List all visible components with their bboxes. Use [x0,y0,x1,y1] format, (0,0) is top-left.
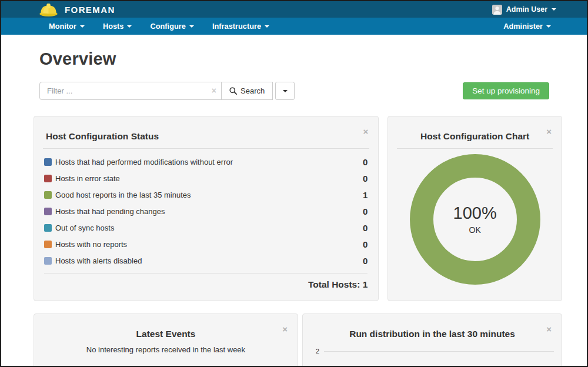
status-count: 0 [363,174,368,184]
host-configuration-status-card: × Host Configuration Status Hosts that h… [34,116,379,301]
toolbar: × Search Set up provisioning [34,82,562,100]
status-label: Hosts that had performed modifications w… [55,158,233,166]
navbar-item-label: Hosts [103,22,124,31]
status-row[interactable]: Out of sync hosts 0 [44,219,368,236]
status-color-swatch [44,175,52,182]
total-hosts: Total Hosts: 1 [44,273,368,301]
no-events-message: No interesting reports received in the l… [34,345,298,354]
status-list: Hosts that had performed modifications w… [34,152,378,269]
navbar-item-label: Monitor [49,22,76,31]
navbar-item-label: Infrastructure [212,22,261,31]
avatar [492,5,502,15]
donut-status-label: OK [469,225,481,235]
status-row[interactable]: Hosts with alerts disabled 0 [44,252,368,269]
main-navbar: Monitor Hosts Configure Infrastructure A… [1,18,587,35]
chevron-down-icon [80,25,85,28]
card-title: Latest Events [136,329,196,339]
search-icon [229,87,237,95]
chevron-down-icon [265,25,269,28]
status-count: 0 [363,157,368,167]
setup-provisioning-button[interactable]: Set up provisioning [463,82,549,99]
gridline [324,351,554,352]
status-count: 0 [363,223,368,233]
search-button-label: Search [240,86,265,95]
status-label: Hosts in error state [55,174,120,183]
status-row[interactable]: Good host reports in the last 35 minutes… [44,186,368,203]
close-icon[interactable]: × [546,326,552,333]
status-row[interactable]: Hosts that had pending changes 0 [44,203,368,219]
card-title: Host Configuration Chart [420,131,529,141]
status-color-swatch [44,191,52,199]
total-hosts-label: Total Hosts: [308,279,360,289]
user-menu[interactable]: Admin User [492,5,556,15]
hardhat-logo-icon [39,2,58,17]
donut-percent-label: 100% [453,204,497,223]
user-name: Admin User [506,5,547,14]
navbar-item-label: Administer [503,22,543,31]
navbar-item[interactable]: Infrastructure [212,22,269,31]
brand-home-link[interactable]: FOREMAN [39,2,115,17]
chevron-down-icon [546,25,551,28]
navbar-item-label: Configure [150,22,185,31]
total-hosts-value: 1 [363,279,368,289]
navbar-item[interactable]: Hosts [103,22,132,31]
search-options-dropdown-button[interactable] [275,82,295,100]
navbar-item-administer[interactable]: Administer [503,22,551,31]
close-icon[interactable]: × [363,128,369,135]
status-label: Good host reports in the last 35 minutes [55,191,191,199]
status-label: Hosts with no reports [55,240,127,249]
search-button[interactable]: Search [221,82,273,100]
close-icon[interactable]: × [282,326,288,333]
card-title: Host Configuration Status [46,131,159,141]
divider [397,148,553,149]
status-count: 0 [363,239,368,249]
navbar-item[interactable]: Monitor [49,22,85,31]
status-color-swatch [44,158,52,166]
chevron-down-icon [552,8,556,11]
status-color-swatch [44,257,52,265]
donut-chart[interactable]: 100% OK [410,154,540,285]
chevron-down-icon [127,25,132,28]
status-row[interactable]: Hosts with no reports 0 [44,236,368,252]
status-row[interactable]: Hosts in error state 0 [44,170,368,186]
y-axis-tick-label: 2 [316,348,319,355]
clear-input-icon[interactable]: × [212,86,216,95]
navbar-left-items: Monitor Hosts Configure Infrastructure [49,22,288,31]
status-count: 1 [363,190,368,200]
status-color-swatch [44,224,52,232]
status-color-swatch [44,241,52,248]
status-label: Out of sync hosts [55,223,114,232]
latest-events-card: × Latest Events No interesting reports r… [34,313,298,367]
page-title: Overview [39,49,562,69]
host-configuration-chart-card: × Host Configuration Chart 100% OK [387,116,562,301]
chevron-down-icon [283,90,288,92]
status-row[interactable]: Hosts that had performed modifications w… [44,154,368,170]
run-distribution-card: × Run distribution in the last 30 minute… [302,313,562,367]
foreman-dashboard-window: FOREMAN Admin User Monitor Hosts Configu… [0,0,588,367]
run-chart-axis: 2 [316,348,554,355]
status-count: 0 [363,256,368,266]
close-icon[interactable]: × [546,128,552,135]
page-content: Overview × Search Set up [1,49,587,367]
search-group: × Search [39,82,295,100]
brand-text: FOREMAN [65,5,115,15]
status-label: Hosts that had pending changes [55,207,165,216]
card-title: Run distribution in the last 30 minutes [349,329,515,339]
top-brand-bar: FOREMAN Admin User [1,1,587,18]
status-color-swatch [44,208,52,215]
chevron-down-icon [189,25,194,28]
navbar-item[interactable]: Configure [150,22,193,31]
status-count: 0 [363,206,368,216]
search-input[interactable] [39,82,222,100]
status-label: Hosts with alerts disabled [55,256,142,265]
divider [43,148,369,149]
